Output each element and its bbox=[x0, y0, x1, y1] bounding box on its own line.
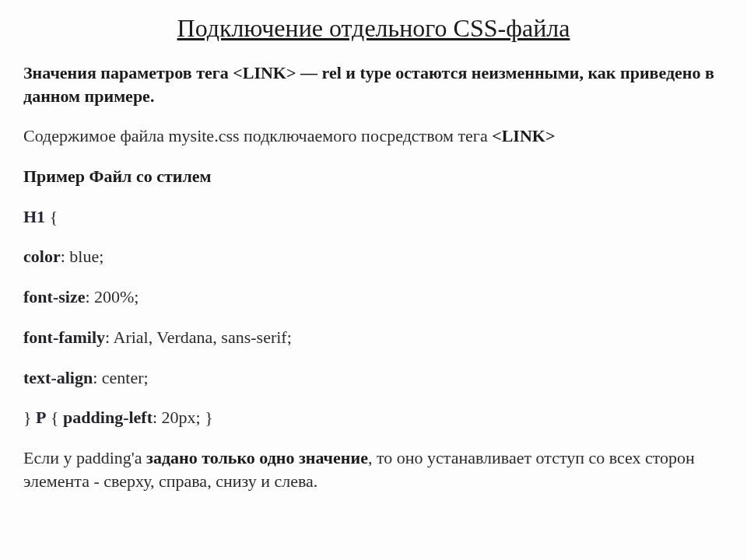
paragraph-example-label: Пример Файл со стилем bbox=[23, 165, 724, 188]
css-prop-fontfamily: font-family bbox=[23, 327, 105, 347]
file-text: Содержимое файла mysite.css подключаемог… bbox=[23, 126, 492, 145]
css-prop-paddingleft: padding-left bbox=[63, 408, 153, 427]
intro-tag: <LINK> bbox=[233, 63, 296, 82]
file-tag: <LINK> bbox=[492, 126, 555, 145]
css-close-brace: } bbox=[23, 408, 36, 427]
css-val-fontfamily: : Arial, Verdana, sans-serif; bbox=[105, 327, 292, 347]
css-line-3: font-size: 200%; bbox=[23, 285, 724, 309]
css-line-6: } P { padding-left: 20px; } bbox=[23, 406, 724, 429]
css-open-brace: { bbox=[50, 207, 58, 226]
css-selector-p: P bbox=[36, 408, 46, 427]
css-val-textalign: : center; bbox=[93, 368, 148, 387]
page-title: Подключение отдельного CSS-файла bbox=[23, 14, 724, 43]
css-selector-h1: H1 bbox=[23, 207, 45, 226]
css-line-1: H1 { bbox=[23, 205, 724, 229]
css-line-5: text-align: center; bbox=[23, 366, 724, 390]
css-val-paddingleft: : 20px; } bbox=[153, 408, 213, 427]
paragraph-file: Содержимое файла mysite.css подключаемог… bbox=[23, 124, 724, 148]
css-open-brace-p: { bbox=[47, 408, 64, 427]
paragraph-intro: Значения параметров тега <LINK> — rel и … bbox=[23, 61, 724, 107]
note-bold: задано только одно значение bbox=[146, 448, 368, 467]
css-prop-textalign: text-align bbox=[23, 368, 93, 387]
note-lead: Если у padding'а bbox=[23, 448, 146, 467]
css-line-2: color: blue; bbox=[23, 245, 724, 268]
css-prop-color: color bbox=[23, 247, 61, 266]
paragraph-padding-note: Если у padding'а задано только одно знач… bbox=[23, 446, 724, 492]
css-val-color: : blue; bbox=[61, 247, 104, 266]
slide: Подключение отдельного CSS-файла Значени… bbox=[0, 0, 747, 560]
css-prop-fontsize: font-size bbox=[23, 287, 85, 306]
css-line-4: font-family: Arial, Verdana, sans-serif; bbox=[23, 326, 724, 349]
css-val-fontsize: : 200%; bbox=[85, 287, 139, 306]
intro-text-1: Значения параметров тега bbox=[23, 63, 233, 82]
